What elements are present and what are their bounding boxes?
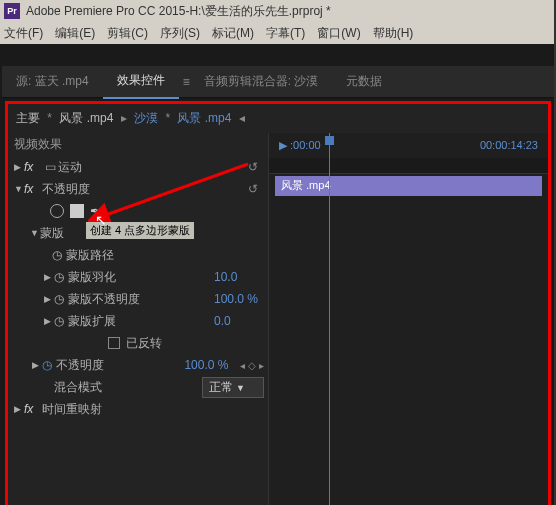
mask-feather-row[interactable]: ▶ ◷ 蒙版羽化 10.0: [12, 266, 264, 288]
tab-metadata[interactable]: 元数据: [332, 65, 396, 98]
mask-feather-value[interactable]: 10.0: [214, 270, 264, 284]
app-icon: Pr: [4, 3, 20, 19]
twirl-icon[interactable]: ▶: [44, 272, 54, 282]
tab-source[interactable]: 源: 蓝天 .mp4: [2, 65, 103, 98]
effect-controls-panel: 主要 * 风景 .mp4 ▸ 沙漠 * 风景 .mp4 ◂ 视频效果 ▶ fx …: [5, 101, 551, 505]
mouse-cursor-icon: ↖: [95, 212, 107, 228]
time-remap-row[interactable]: ▶ fx 时间重映射: [12, 398, 264, 420]
motion-icon: ▭: [42, 160, 58, 174]
menu-sequence[interactable]: 序列(S): [160, 25, 200, 42]
twirl-icon[interactable]: ▶: [44, 294, 54, 304]
annotation-arrow: [88, 154, 258, 264]
breadcrumb: 主要 * 风景 .mp4 ▸ 沙漠 * 风景 .mp4 ◂: [16, 110, 249, 127]
menu-bar[interactable]: 文件(F) 编辑(E) 剪辑(C) 序列(S) 标记(M) 字幕(T) 窗口(W…: [0, 22, 556, 44]
stopwatch-icon[interactable]: ◷: [54, 270, 64, 284]
project-path: H:\爱生活的乐先生.prproj *: [189, 3, 330, 20]
mask-expansion-row[interactable]: ▶ ◷ 蒙版扩展 0.0: [12, 310, 264, 332]
timeline-area[interactable]: ▶ :00:00 00:00:14:23 风景 .mp4: [268, 133, 548, 505]
panel-tabs: 源: 蓝天 .mp4 效果控件 ≡ 音频剪辑混合器: 沙漠 元数据: [2, 66, 554, 98]
twirl-icon[interactable]: ▶: [32, 360, 42, 370]
tab-audio-mixer[interactable]: 音频剪辑混合器: 沙漠: [190, 65, 333, 98]
twirl-icon[interactable]: ▶: [14, 404, 24, 414]
panel-menu-icon[interactable]: ≡: [183, 75, 190, 89]
blend-mode-select[interactable]: 正常 ▼: [202, 377, 264, 398]
inverted-checkbox[interactable]: [108, 337, 120, 349]
playhead[interactable]: [329, 133, 330, 505]
stopwatch-icon[interactable]: ◷: [54, 314, 64, 328]
tab-effect-controls[interactable]: 效果控件: [103, 64, 179, 99]
stopwatch-icon[interactable]: ◷: [54, 292, 64, 306]
opacity-value[interactable]: 100.0 %: [184, 358, 234, 372]
menu-help[interactable]: 帮助(H): [373, 25, 414, 42]
menu-title[interactable]: 字幕(T): [266, 25, 305, 42]
video-effects-header: 视频效果: [12, 133, 264, 156]
menu-clip[interactable]: 剪辑(C): [107, 25, 148, 42]
mask-expansion-value[interactable]: 0.0: [214, 314, 264, 328]
stopwatch-icon[interactable]: ◷: [52, 248, 62, 262]
menu-marker[interactable]: 标记(M): [212, 25, 254, 42]
timeline-start: ▶ :00:00: [279, 139, 321, 152]
rectangle-mask-button[interactable]: [70, 204, 84, 218]
twirl-icon[interactable]: ▼: [30, 228, 40, 238]
fx-badge: fx: [24, 160, 42, 174]
menu-edit[interactable]: 编辑(E): [55, 25, 95, 42]
mask-inverted-row[interactable]: 已反转: [12, 332, 264, 354]
twirl-icon[interactable]: ▶: [44, 316, 54, 326]
stopwatch-icon[interactable]: ◷: [42, 358, 52, 372]
fx-badge: fx: [24, 402, 42, 416]
twirl-icon[interactable]: ▼: [14, 184, 24, 194]
keyframe-nav[interactable]: ◂ ◇ ▸: [240, 360, 264, 371]
menu-file[interactable]: 文件(F): [4, 25, 43, 42]
title-bar: Pr Adobe Premiere Pro CC 2015 - H:\爱生活的乐…: [0, 0, 556, 22]
fx-badge: fx: [24, 182, 42, 196]
time-ruler[interactable]: [269, 158, 548, 174]
timeline-clip[interactable]: 风景 .mp4: [275, 176, 542, 196]
opacity-prop-row[interactable]: ▶ ◷ 不透明度 100.0 % ◂ ◇ ▸: [12, 354, 264, 376]
ellipse-mask-button[interactable]: [50, 204, 64, 218]
timeline-end: 00:00:14:23: [480, 139, 538, 152]
mask-opacity-row[interactable]: ▶ ◷ 蒙版不透明度 100.0 %: [12, 288, 264, 310]
blend-mode-row[interactable]: 混合模式 正常 ▼: [12, 376, 264, 398]
app-title: Adobe Premiere Pro CC 2015: [26, 4, 185, 18]
mask-opacity-value[interactable]: 100.0 %: [214, 292, 264, 306]
twirl-icon[interactable]: ▶: [14, 162, 24, 172]
svg-line-0: [103, 164, 248, 216]
menu-window[interactable]: 窗口(W): [317, 25, 360, 42]
